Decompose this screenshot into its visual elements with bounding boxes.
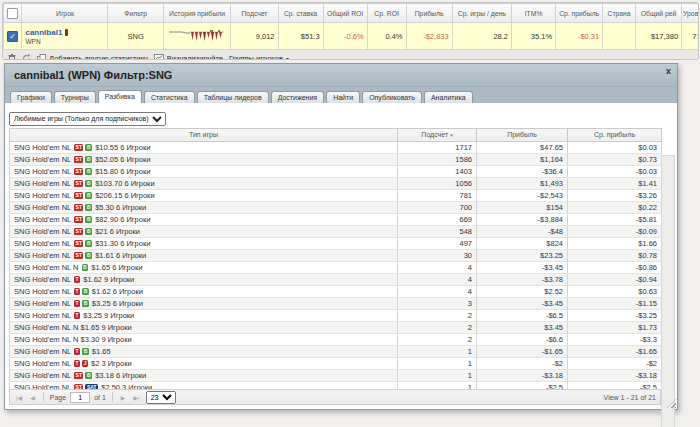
game-type-cell: SNG Hold'em NL STB $31.30 6 Игроки [10, 237, 398, 249]
player-cell: cannibal1 WPN [22, 23, 108, 50]
badge-b-icon: B [85, 372, 92, 379]
avg-profit-cell: -$0.86 [568, 261, 662, 273]
breakdown-row[interactable]: SNG Hold'em NL TB $1.62 6 Игроки4$2.52$0… [10, 285, 662, 297]
breakdown-col-header[interactable]: Ср. прибыль [568, 128, 662, 141]
count-cell: 30 [398, 249, 477, 261]
count-cell: 2 [398, 333, 477, 345]
summary-col-header[interactable]: Ср. ставка [278, 4, 323, 23]
add-stat-button[interactable]: Добавить другую статистику [37, 54, 148, 61]
game-name: SNG Hold'em NL [14, 191, 73, 200]
breakdown-row[interactable]: SNG Hold'em NL N $1.65 9 Игроки2$3.45$1.… [10, 321, 662, 333]
summary-col-header[interactable]: Ср. игры / день [452, 4, 511, 23]
stake-players: $82.90 6 Игроки [93, 215, 150, 224]
panel-close-button[interactable]: x [666, 67, 671, 76]
player-link[interactable]: cannibal1 [25, 28, 62, 37]
player-groups-button[interactable]: Группы игроков ▾ [229, 54, 289, 61]
summary-col-header[interactable]: Прибыль [406, 4, 452, 23]
game-type-cell: SNG Hold'em NL STB $5.30 6 Игроки [10, 201, 398, 213]
profit-history-sparkline [168, 27, 226, 43]
breakdown-row[interactable]: SNG Hold'em NL STB $10.55 6 Игроки1717$4… [10, 141, 662, 153]
add-stat-icon [37, 54, 46, 61]
breakdown-row[interactable]: SNG Hold'em NL TB $1.651-$1.65-$1.65 [10, 345, 662, 357]
stake-players: $1.61 6 Игроки [93, 251, 146, 260]
breakdown-col-header[interactable]: Тип игры [10, 128, 398, 141]
breakdown-col-header[interactable]: Прибыль [477, 128, 568, 141]
game-type-cell: SNG Hold'em NL STB $10.55 6 Игроки [10, 141, 398, 153]
count-cell: 1 [398, 369, 477, 381]
checkmark-icon: ✓ [9, 32, 16, 41]
summary-header-row: ИгрокФильтрИстория прибылиПодсчетСр. ста… [4, 4, 700, 23]
breakdown-row[interactable]: SNG Hold'em NL STB $21 6 Игроки548-$48-$… [10, 225, 662, 237]
stake-players: $5.30 6 Игроки [93, 203, 146, 212]
badge-t-icon: T [74, 312, 80, 319]
pager-next-button[interactable]: ▶ [119, 394, 128, 401]
avg-profit-cell: $0.78 [568, 249, 662, 261]
tab-Таблицы лидеров[interactable]: Таблицы лидеров [197, 91, 269, 103]
tab-Турниры[interactable]: Турниры [54, 91, 96, 103]
select-all-checkbox[interactable] [7, 8, 18, 19]
game-type-cell: SNG Hold'em NL STB $1.61 6 Игроки [10, 249, 398, 261]
summary-col-header[interactable]: Игрок [22, 4, 108, 23]
select-all-header[interactable] [4, 4, 22, 23]
row-checkbox-cell[interactable]: ✓ [4, 23, 22, 50]
summary-col-header[interactable]: История прибыли [163, 4, 231, 23]
pager-first-button[interactable]: |◀ [14, 394, 24, 401]
breakdown-row[interactable]: SNG Hold'em NL STB $31.30 6 Игроки497$82… [10, 237, 662, 249]
breakdown-row[interactable]: SNG Hold'em NL TJ $2 3 Игроки1-$2-$2 [10, 357, 662, 369]
page-size-select[interactable]: 23 [146, 391, 176, 404]
page-number-input[interactable] [70, 392, 90, 403]
tab-Найти[interactable]: Найти [326, 91, 360, 103]
pager-prev-button[interactable]: ◀ [28, 394, 37, 401]
tab-Статистика[interactable]: Статистика [144, 91, 195, 103]
summary-col-header[interactable]: Фильтр [108, 4, 163, 23]
vertical-scrollbar-track[interactable] [661, 155, 675, 427]
breakdown-row[interactable]: SNG Hold'em NL T $1.62 9 Игроки4-$3.78-$… [10, 273, 662, 285]
pager-last-button[interactable]: ▶| [131, 394, 141, 401]
summary-col-header[interactable]: Ср. ROI [367, 4, 406, 23]
favorite-games-select[interactable]: Любимые игры (Только для подписчиков) [9, 112, 166, 126]
game-type-cell: SNG Hold'em NL TB $1.65 [10, 345, 398, 357]
tab-Аналитика[interactable]: Аналитика [424, 91, 473, 103]
breakdown-row[interactable]: SNG Hold'em NL STB $103.70 6 Игроки1056$… [10, 177, 662, 189]
count-cell: 1586 [398, 153, 477, 165]
tab-Достижения[interactable]: Достижения [271, 91, 324, 103]
tab-Разбивка[interactable]: Разбивка [98, 90, 142, 103]
summary-row[interactable]: ✓ cannibal1 WPN SNG [4, 23, 700, 50]
profit-cell: $154 [477, 201, 568, 213]
breakdown-row[interactable]: SNG Hold'em NL N B $1.65 6 Игроки4-$3.45… [10, 261, 662, 273]
breakdown-row[interactable]: SNG Hold'em NL N $3.30 9 Игроки2-$6.6-$3… [10, 333, 662, 345]
profit-cell: -$2 [477, 357, 568, 369]
summary-col-header[interactable]: Подсчет [231, 4, 278, 23]
summary-col-header[interactable]: Уровен [682, 4, 699, 23]
badge-st-icon: ST [74, 180, 83, 187]
breakdown-row[interactable]: SNG Hold'em NL STB $82.90 6 Игроки669-$3… [10, 213, 662, 225]
breakdown-row[interactable]: SNG Hold'em NL T $3.25 9 Игроки2-$6.5-$3… [10, 309, 662, 321]
breakdown-col-header[interactable]: Подсчет▾ [398, 128, 477, 141]
summary-col-header[interactable]: Ср. прибыль [556, 4, 603, 23]
summary-col-header[interactable]: Страна [603, 4, 636, 23]
summary-col-header[interactable]: ITM% [512, 4, 556, 23]
delete-button[interactable] [8, 54, 16, 61]
breakdown-row[interactable]: SNG Hold'em NL STB $206.15 6 Игроки781-$… [10, 189, 662, 201]
pager-of-label: of 1 [94, 394, 106, 401]
stake-players: $206.15 6 Игроки [93, 191, 154, 200]
summary-col-header[interactable]: Общий рей [635, 4, 681, 23]
breakdown-row[interactable]: SNG Hold'em NL STB $3.18 6 Игроки1-$3.18… [10, 369, 662, 381]
breakdown-row[interactable]: SNG Hold'em NL STB $52.05 6 Игроки1586$1… [10, 153, 662, 165]
tab-Опубликовать[interactable]: Опубликовать [362, 91, 422, 103]
stake-players: $21 6 Игроки [93, 227, 140, 236]
profit-cell: $1,493 [477, 177, 568, 189]
visualize-button[interactable]: Визуализируйте [154, 54, 223, 61]
tab-Графики[interactable]: Графики [10, 91, 52, 103]
breakdown-row[interactable]: SNG Hold'em NL TB $3.25 6 Игроки3-$3.45-… [10, 297, 662, 309]
game-name: SNG Hold'em NL [14, 347, 73, 356]
breakdown-row[interactable]: SNG Hold'em NL STB $5.30 6 Игроки700$154… [10, 201, 662, 213]
summary-col-header[interactable]: Общий ROI [323, 4, 367, 23]
breakdown-row[interactable]: SNG Hold'em NL STB $15.80 6 Игроки1403-$… [10, 165, 662, 177]
row-checkbox[interactable]: ✓ [7, 31, 18, 42]
badge-t-icon: T [74, 348, 80, 355]
stake-players: $2 3 Игроки [89, 359, 132, 368]
breakdown-row[interactable]: SNG Hold'em NL STB $1.61 6 Игроки30$23.2… [10, 249, 662, 261]
badge-st-icon: ST [74, 228, 83, 235]
refresh-button[interactable] [22, 54, 31, 61]
